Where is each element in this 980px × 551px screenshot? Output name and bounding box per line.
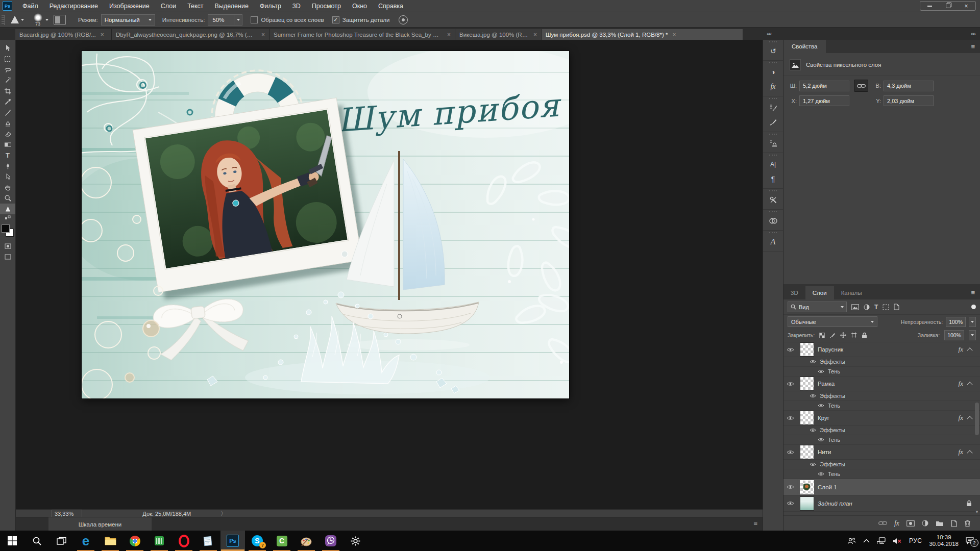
character-panel-icon[interactable]: A|: [763, 157, 783, 171]
muted-speaker-icon[interactable]: [893, 538, 902, 544]
collapse-effects-icon[interactable]: [967, 416, 972, 421]
layer-row-ramka[interactable]: Рамка fx: [783, 377, 980, 391]
magic-wand-tool[interactable]: [0, 75, 15, 86]
eye-icon[interactable]: [810, 462, 816, 466]
strength-input[interactable]: 50%: [208, 14, 234, 26]
screen-mode-button[interactable]: [0, 252, 15, 262]
clone-stamp-tool[interactable]: [0, 118, 15, 129]
layer-filter-select[interactable]: Вид: [788, 302, 847, 312]
effects-row[interactable]: Эффекты: [783, 357, 980, 367]
type-tool[interactable]: T: [0, 150, 15, 161]
layer-name[interactable]: Круг: [818, 415, 829, 421]
lock-position-icon[interactable]: [840, 332, 846, 338]
taskbar-skype[interactable]: S7: [245, 531, 270, 551]
history-panel-icon[interactable]: ↺: [763, 43, 783, 58]
fill-field[interactable]: 100%: [944, 330, 964, 340]
strength-dropdown-button[interactable]: [234, 14, 242, 26]
filter-shape-icon[interactable]: [883, 304, 889, 310]
fill-dropdown[interactable]: [969, 330, 976, 340]
menu-filter[interactable]: Фильтр: [254, 0, 287, 12]
layer-name[interactable]: Парусник: [818, 346, 843, 353]
styles-panel-icon[interactable]: fx: [763, 79, 783, 94]
adjustments-panel-icon[interactable]: ◑: [763, 64, 783, 79]
taskbar-green-book[interactable]: [147, 531, 172, 551]
menu-type[interactable]: Текст: [182, 0, 209, 12]
eyedropper-tool[interactable]: [0, 96, 15, 107]
brush-tool[interactable]: [0, 107, 15, 118]
hand-tool[interactable]: [0, 182, 15, 193]
taskbar-explorer[interactable]: [98, 531, 122, 551]
layer-name[interactable]: Слой 1: [818, 484, 837, 490]
filter-smart-object-icon[interactable]: [894, 304, 899, 310]
link-layers-button[interactable]: [878, 521, 887, 525]
lasso-tool[interactable]: [0, 64, 15, 75]
status-chevron-icon[interactable]: 〉: [220, 510, 226, 517]
shadow-row[interactable]: Тень: [783, 435, 980, 445]
tab-layers[interactable]: Слои: [805, 286, 834, 299]
clone-rings-panel-icon[interactable]: [763, 213, 783, 228]
eye-icon[interactable]: [810, 360, 816, 364]
menu-3d[interactable]: 3D: [287, 0, 306, 12]
effects-row[interactable]: Эффекты: [783, 460, 980, 469]
taskbar-notepad[interactable]: [196, 531, 220, 551]
shadow-row[interactable]: Тень: [783, 469, 980, 479]
opacity-field[interactable]: 100%: [946, 317, 966, 327]
brushes-panel-icon[interactable]: [763, 115, 783, 130]
fx-badge[interactable]: fx: [959, 448, 963, 456]
tab-summer-frame[interactable]: Summer Frame for Photoshop Treasure of t…: [270, 29, 455, 40]
visibility-toggle[interactable]: [783, 479, 797, 495]
taskbar-settings[interactable]: [343, 531, 368, 551]
lock-artboard-icon[interactable]: [851, 332, 857, 338]
task-view-button[interactable]: [49, 531, 74, 551]
tab-properties[interactable]: Свойства: [783, 40, 826, 53]
taskbar-photoshop-active[interactable]: Ps: [220, 531, 245, 551]
menu-image[interactable]: Изображение: [104, 0, 155, 12]
paragraph-panel-icon[interactable]: ¶: [763, 171, 783, 186]
tab-channels[interactable]: Каналы: [834, 286, 869, 299]
tab-vikesha[interactable]: Викеша.jpg @ 100% (RGB/... ×: [455, 29, 542, 40]
foreground-color-swatch[interactable]: [2, 224, 10, 233]
tab-bacardi[interactable]: Bacardi.jpg @ 100% (RGB/... ×: [15, 29, 112, 40]
blend-mode-select[interactable]: Обычные: [788, 316, 877, 327]
close-icon[interactable]: ×: [101, 31, 104, 38]
pen-pressure-icon[interactable]: [399, 15, 408, 24]
layer-row-sloy1-selected[interactable]: Слой 1: [783, 479, 980, 495]
menu-view[interactable]: Просмотр: [306, 0, 347, 12]
layer-name[interactable]: Нити: [818, 449, 831, 455]
close-icon[interactable]: ×: [261, 31, 265, 38]
visibility-toggle[interactable]: [783, 377, 797, 391]
tray-expand-chevron-icon[interactable]: [863, 539, 870, 543]
collapse-effects-icon[interactable]: [967, 382, 972, 387]
layers-scrollbar[interactable]: ▼: [974, 342, 979, 515]
brush-settings-panel-icon[interactable]: [763, 100, 783, 115]
layers-menu-icon[interactable]: ≡: [971, 289, 975, 296]
sharpen-tool-active[interactable]: [0, 204, 15, 214]
layer-row-background[interactable]: Задний план: [783, 495, 980, 512]
filter-adjustment-icon[interactable]: [864, 304, 870, 310]
shadow-row[interactable]: Тень: [783, 367, 980, 377]
clone-source-panel-icon[interactable]: [763, 136, 783, 151]
add-layer-mask-button[interactable]: [906, 520, 915, 527]
properties-menu-icon[interactable]: ≡: [971, 43, 975, 51]
taskbar-chrome[interactable]: [122, 531, 147, 551]
lock-transparency-icon[interactable]: [819, 333, 825, 338]
layer-row-parusnik[interactable]: Парусник fx: [783, 342, 980, 357]
scroll-down-icon[interactable]: ▼: [975, 510, 979, 514]
quick-mask-button[interactable]: [0, 241, 15, 252]
lock-paint-icon[interactable]: [829, 332, 836, 338]
scrollbar-thumb[interactable]: [975, 403, 979, 435]
tab-timeline[interactable]: Шкала времени: [48, 517, 152, 531]
new-layer-button[interactable]: [951, 520, 957, 527]
taskbar-camtasia[interactable]: C: [270, 531, 294, 551]
tab-shum-priboya-active[interactable]: Шум прибоя.psd @ 33,3% (Слой 1, RGB/8*) …: [542, 29, 743, 40]
sample-all-layers-checkbox[interactable]: [251, 16, 258, 23]
eraser-tool[interactable]: [0, 129, 15, 139]
color-swatches[interactable]: [2, 224, 14, 237]
collapse-dock-icon[interactable]: ««: [767, 31, 771, 37]
close-button[interactable]: ×: [957, 2, 975, 10]
notification-center-button[interactable]: 2: [966, 537, 975, 545]
new-group-button[interactable]: [936, 520, 944, 527]
fx-badge[interactable]: fx: [959, 345, 963, 354]
start-button[interactable]: [0, 531, 24, 551]
eye-icon[interactable]: [818, 438, 824, 442]
